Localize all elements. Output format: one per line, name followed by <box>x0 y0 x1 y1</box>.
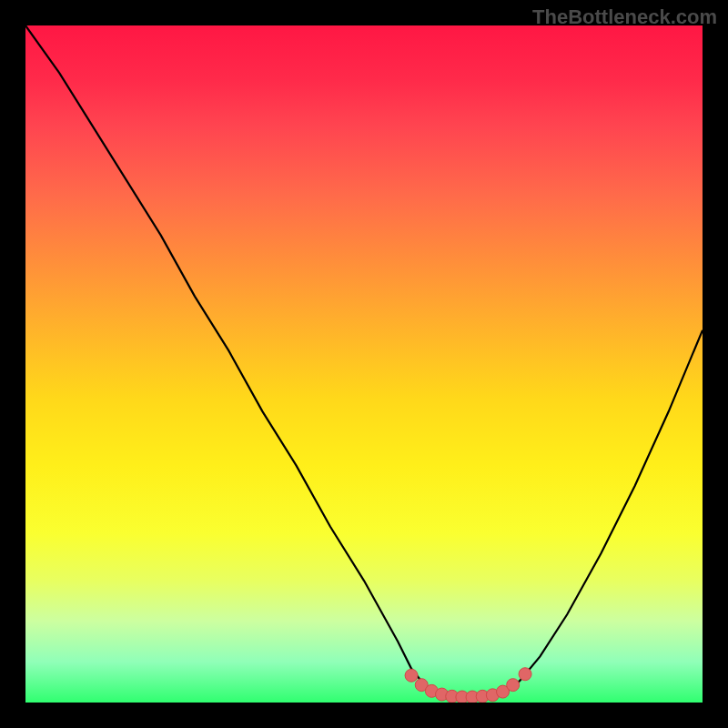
chart-svg <box>25 25 703 703</box>
optimal-range-markers <box>405 668 531 703</box>
marker-point <box>405 669 418 682</box>
marker-point <box>507 679 520 692</box>
marker-point <box>519 668 531 681</box>
watermark-text: TheBottleneck.com <box>532 5 717 29</box>
bottleneck-curve-line <box>25 25 703 697</box>
plot-area <box>25 25 703 703</box>
